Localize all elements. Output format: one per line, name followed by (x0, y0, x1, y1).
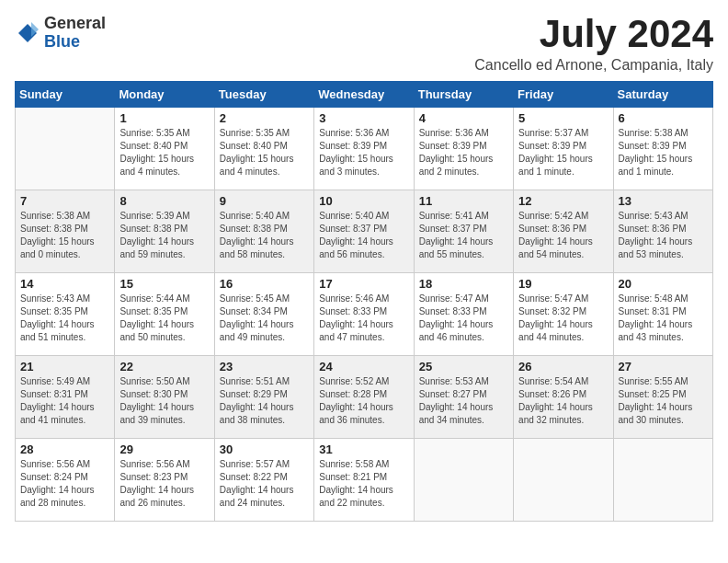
day-number: 5 (518, 111, 608, 125)
day-number: 18 (419, 277, 508, 291)
day-info: Sunrise: 5:44 AM Sunset: 8:35 PM Dayligh… (119, 293, 209, 344)
calendar-cell: 11Sunrise: 5:41 AM Sunset: 8:37 PM Dayli… (414, 190, 513, 273)
day-number: 29 (119, 442, 209, 456)
calendar-table: SundayMondayTuesdayWednesdayThursdayFrid… (15, 81, 713, 522)
day-number: 27 (619, 360, 708, 373)
day-info: Sunrise: 5:43 AM Sunset: 8:36 PM Dayligh… (619, 210, 708, 261)
calendar-cell: 9Sunrise: 5:40 AM Sunset: 8:38 PM Daylig… (214, 190, 313, 273)
day-info: Sunrise: 5:47 AM Sunset: 8:33 PM Dayligh… (419, 293, 508, 344)
calendar-cell: 26Sunrise: 5:54 AM Sunset: 8:26 PM Dayli… (514, 356, 613, 439)
day-number: 31 (319, 442, 408, 456)
calendar-cell: 15Sunrise: 5:44 AM Sunset: 8:35 PM Dayli… (115, 273, 214, 356)
calendar-cell: 6Sunrise: 5:38 AM Sunset: 8:39 PM Daylig… (613, 108, 712, 190)
calendar-cell: 23Sunrise: 5:51 AM Sunset: 8:29 PM Dayli… (214, 356, 313, 439)
day-number: 7 (20, 194, 109, 208)
day-info: Sunrise: 5:36 AM Sunset: 8:39 PM Dayligh… (419, 127, 508, 178)
day-info: Sunrise: 5:42 AM Sunset: 8:36 PM Dayligh… (518, 210, 608, 261)
calendar-cell: 12Sunrise: 5:42 AM Sunset: 8:36 PM Dayli… (514, 190, 613, 273)
calendar-cell: 18Sunrise: 5:47 AM Sunset: 8:33 PM Dayli… (414, 273, 513, 356)
day-number: 10 (319, 194, 408, 208)
calendar-cell: 22Sunrise: 5:50 AM Sunset: 8:30 PM Dayli… (115, 356, 214, 439)
logo: General Blue (15, 15, 106, 52)
calendar-cell: 20Sunrise: 5:48 AM Sunset: 8:31 PM Dayli… (613, 273, 712, 356)
day-number: 28 (20, 442, 109, 456)
logo-blue-text: Blue (44, 33, 106, 52)
calendar-cell: 21Sunrise: 5:49 AM Sunset: 8:31 PM Dayli… (16, 356, 115, 439)
day-number: 26 (518, 360, 608, 373)
calendar-header-row: SundayMondayTuesdayWednesdayThursdayFrid… (16, 82, 713, 108)
day-number: 8 (119, 194, 209, 208)
day-number: 19 (518, 277, 608, 291)
weekday-header-thursday: Thursday (414, 82, 513, 108)
calendar-cell (414, 439, 513, 522)
calendar-week-row: 7Sunrise: 5:38 AM Sunset: 8:38 PM Daylig… (16, 190, 713, 273)
calendar-cell: 19Sunrise: 5:47 AM Sunset: 8:32 PM Dayli… (514, 273, 613, 356)
day-info: Sunrise: 5:35 AM Sunset: 8:40 PM Dayligh… (119, 127, 209, 178)
day-number: 24 (319, 360, 408, 373)
day-number: 16 (220, 277, 309, 291)
day-number: 21 (20, 360, 109, 373)
calendar-week-row: 28Sunrise: 5:56 AM Sunset: 8:24 PM Dayli… (16, 439, 713, 522)
calendar-cell: 4Sunrise: 5:36 AM Sunset: 8:39 PM Daylig… (414, 108, 513, 190)
day-number: 20 (619, 277, 708, 291)
calendar-cell (514, 439, 613, 522)
calendar-week-row: 14Sunrise: 5:43 AM Sunset: 8:35 PM Dayli… (16, 273, 713, 356)
day-info: Sunrise: 5:58 AM Sunset: 8:21 PM Dayligh… (319, 458, 408, 510)
day-info: Sunrise: 5:54 AM Sunset: 8:26 PM Dayligh… (518, 375, 608, 427)
calendar-cell: 29Sunrise: 5:56 AM Sunset: 8:23 PM Dayli… (115, 439, 214, 522)
calendar-cell (613, 439, 712, 522)
day-number: 2 (220, 111, 309, 125)
day-info: Sunrise: 5:56 AM Sunset: 8:24 PM Dayligh… (20, 458, 109, 510)
day-info: Sunrise: 5:55 AM Sunset: 8:25 PM Dayligh… (619, 375, 708, 427)
day-info: Sunrise: 5:41 AM Sunset: 8:37 PM Dayligh… (419, 210, 508, 261)
page-header: General Blue July 2024 Cancello ed Arnon… (15, 15, 713, 74)
logo-general-text: General (44, 15, 106, 33)
weekday-header-wednesday: Wednesday (314, 82, 414, 108)
day-number: 15 (119, 277, 209, 291)
day-info: Sunrise: 5:37 AM Sunset: 8:39 PM Dayligh… (518, 127, 608, 178)
calendar-cell: 13Sunrise: 5:43 AM Sunset: 8:36 PM Dayli… (613, 190, 712, 273)
day-info: Sunrise: 5:40 AM Sunset: 8:37 PM Dayligh… (319, 210, 408, 261)
day-info: Sunrise: 5:38 AM Sunset: 8:38 PM Dayligh… (20, 210, 109, 261)
calendar-cell: 17Sunrise: 5:46 AM Sunset: 8:33 PM Dayli… (314, 273, 414, 356)
day-number: 14 (20, 277, 109, 291)
calendar-cell: 28Sunrise: 5:56 AM Sunset: 8:24 PM Dayli… (16, 439, 115, 522)
day-info: Sunrise: 5:43 AM Sunset: 8:35 PM Dayligh… (20, 293, 109, 344)
day-number: 17 (319, 277, 408, 291)
logo-icon (15, 20, 40, 46)
calendar-week-row: 21Sunrise: 5:49 AM Sunset: 8:31 PM Dayli… (16, 356, 713, 439)
calendar-cell: 8Sunrise: 5:39 AM Sunset: 8:38 PM Daylig… (115, 190, 214, 273)
day-number: 13 (619, 194, 708, 208)
day-info: Sunrise: 5:36 AM Sunset: 8:39 PM Dayligh… (319, 127, 408, 178)
weekday-header-monday: Monday (115, 82, 214, 108)
day-info: Sunrise: 5:47 AM Sunset: 8:32 PM Dayligh… (518, 293, 608, 344)
title-area: July 2024 Cancello ed Arnone, Campania, … (474, 15, 713, 74)
day-info: Sunrise: 5:49 AM Sunset: 8:31 PM Dayligh… (20, 375, 109, 427)
day-info: Sunrise: 5:40 AM Sunset: 8:38 PM Dayligh… (220, 210, 309, 261)
day-number: 23 (220, 360, 309, 373)
calendar-cell: 10Sunrise: 5:40 AM Sunset: 8:37 PM Dayli… (314, 190, 414, 273)
calendar-cell: 1Sunrise: 5:35 AM Sunset: 8:40 PM Daylig… (115, 108, 214, 190)
calendar-cell: 7Sunrise: 5:38 AM Sunset: 8:38 PM Daylig… (16, 190, 115, 273)
day-info: Sunrise: 5:38 AM Sunset: 8:39 PM Dayligh… (619, 127, 708, 178)
calendar-cell: 14Sunrise: 5:43 AM Sunset: 8:35 PM Dayli… (16, 273, 115, 356)
calendar-week-row: 1Sunrise: 5:35 AM Sunset: 8:40 PM Daylig… (16, 108, 713, 190)
calendar-cell: 24Sunrise: 5:52 AM Sunset: 8:28 PM Dayli… (314, 356, 414, 439)
day-info: Sunrise: 5:56 AM Sunset: 8:23 PM Dayligh… (119, 458, 209, 510)
day-number: 11 (419, 194, 508, 208)
calendar-cell: 2Sunrise: 5:35 AM Sunset: 8:40 PM Daylig… (214, 108, 313, 190)
calendar-cell: 27Sunrise: 5:55 AM Sunset: 8:25 PM Dayli… (613, 356, 712, 439)
calendar-cell (16, 108, 115, 190)
calendar-cell: 25Sunrise: 5:53 AM Sunset: 8:27 PM Dayli… (414, 356, 513, 439)
location-title: Cancello ed Arnone, Campania, Italy (474, 57, 713, 74)
day-number: 9 (220, 194, 309, 208)
day-number: 1 (119, 111, 209, 125)
weekday-header-saturday: Saturday (613, 82, 712, 108)
calendar-cell: 3Sunrise: 5:36 AM Sunset: 8:39 PM Daylig… (314, 108, 414, 190)
weekday-header-friday: Friday (514, 82, 613, 108)
weekday-header-sunday: Sunday (16, 82, 115, 108)
day-info: Sunrise: 5:46 AM Sunset: 8:33 PM Dayligh… (319, 293, 408, 344)
day-info: Sunrise: 5:51 AM Sunset: 8:29 PM Dayligh… (220, 375, 309, 427)
calendar-cell: 16Sunrise: 5:45 AM Sunset: 8:34 PM Dayli… (214, 273, 313, 356)
calendar-cell: 30Sunrise: 5:57 AM Sunset: 8:22 PM Dayli… (214, 439, 313, 522)
